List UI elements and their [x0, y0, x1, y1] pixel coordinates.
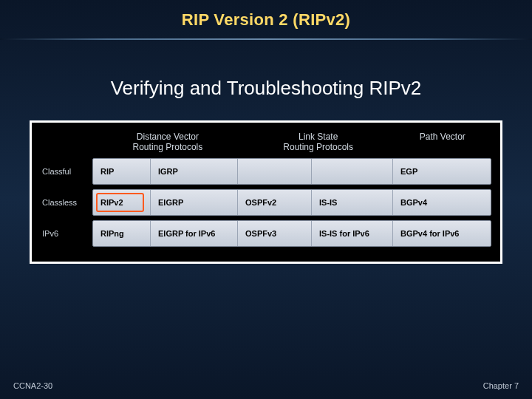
cell-isis-ipv6: IS-IS for IPv6 — [312, 221, 393, 246]
cell-bgpv4-ipv6: BGPv4 for IPv6 — [393, 221, 491, 246]
row-ipv6: IPv6 RIPng EIGRP for IPv6 OSPFv3 IS-IS f… — [41, 220, 491, 247]
cell-classful-ls2 — [312, 159, 393, 184]
header-dv-line2: Routing Protocols — [92, 142, 243, 152]
cell-egp: EGP — [393, 159, 491, 184]
row-classless: Classless RIPv2 EIGRP OSPFv2 IS-IS BGPv4 — [41, 189, 491, 216]
title-bar: RIP Version 2 (RIPv2) — [0, 0, 532, 35]
header-ls-line1: Link State — [243, 132, 394, 142]
row-classful-cells: RIP IGRP EGP — [92, 158, 491, 185]
cell-rip: RIP — [93, 159, 151, 184]
header-spacer — [41, 132, 92, 152]
divider — [0, 38, 532, 40]
slide-subtitle: Verifying and Troubleshooting RIPv2 — [0, 77, 532, 100]
cell-eigrp: EIGRP — [151, 190, 238, 215]
cell-ripv2-text: RIPv2 — [100, 198, 123, 207]
row-label-classful: Classful — [41, 158, 92, 185]
cell-classful-ls1 — [238, 159, 312, 184]
row-label-ipv6: IPv6 — [41, 220, 92, 247]
row-classless-cells: RIPv2 EIGRP OSPFv2 IS-IS BGPv4 — [92, 189, 491, 216]
cell-ospfv2: OSPFv2 — [238, 190, 312, 215]
footer-right: Chapter 7 — [483, 381, 519, 390]
slide-title: RIP Version 2 (RIPv2) — [0, 10, 532, 30]
footer-left: CCNA2-30 — [13, 381, 52, 390]
cell-ospfv3: OSPFv3 — [238, 221, 312, 246]
header-dv-line1: Distance Vector — [92, 132, 243, 142]
cell-bgpv4: BGPv4 — [393, 190, 491, 215]
protocols-table: Distance Vector Routing Protocols Link S… — [30, 120, 502, 264]
header-ls-line2: Routing Protocols — [243, 142, 394, 152]
cell-igrp: IGRP — [151, 159, 238, 184]
row-classful: Classful RIP IGRP EGP — [41, 158, 491, 185]
header-path-vector: Path Vector — [394, 132, 491, 152]
row-ipv6-cells: RIPng EIGRP for IPv6 OSPFv3 IS-IS for IP… — [92, 220, 491, 247]
header-link-state: Link State Routing Protocols — [243, 132, 394, 152]
header-pv-line1: Path Vector — [394, 132, 491, 142]
cell-ripng: RIPng — [93, 221, 151, 246]
subtitle-wrap: Verifying and Troubleshooting RIPv2 — [0, 77, 532, 100]
cell-eigrp-ipv6: EIGRP for IPv6 — [151, 221, 238, 246]
table-header-row: Distance Vector Routing Protocols Link S… — [41, 132, 491, 158]
cell-isis: IS-IS — [312, 190, 393, 215]
cell-ripv2: RIPv2 — [93, 190, 151, 215]
row-label-classless: Classless — [41, 189, 92, 216]
header-distance-vector: Distance Vector Routing Protocols — [92, 132, 243, 152]
footer: CCNA2-30 Chapter 7 — [13, 381, 519, 390]
